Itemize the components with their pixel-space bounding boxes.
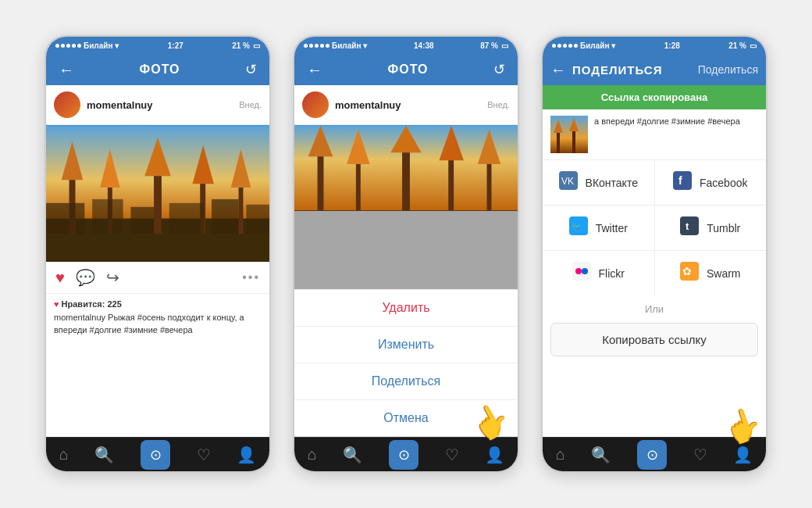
svg-rect-15	[169, 203, 204, 234]
tab-camera-2[interactable]: ⊙	[389, 440, 418, 470]
tab-heart-1[interactable]: ♡	[197, 445, 211, 464]
refresh-button-1[interactable]: ↺	[245, 61, 257, 78]
nav-action-3[interactable]: Поделиться	[698, 63, 758, 76]
back-button-2[interactable]: ←	[307, 61, 322, 79]
share-grid: VK ВКонтакте f Facebook 🐦 Twitter	[543, 160, 766, 295]
svg-rect-29	[550, 116, 588, 153]
svg-rect-21	[356, 156, 361, 210]
tab-heart-3[interactable]: ♡	[693, 445, 707, 464]
user-row-1: momentalnuy Внед.	[46, 85, 269, 125]
tab-bar-2: ⌂ 🔍 ⊙ ♡ 👤	[294, 437, 518, 471]
svg-rect-14	[130, 207, 154, 234]
more-button-1[interactable]: •••	[242, 270, 260, 284]
vk-label: ВКонтакте	[586, 177, 638, 189]
share-button-1[interactable]: ↪	[106, 268, 119, 287]
actions-bar-1: ♥ 💬 ↪ •••	[46, 262, 269, 294]
phone-2: Билайн ▾ 14:38 87 % ▭ ← ФОТО ↺ momentaln…	[293, 35, 519, 473]
twitter-label: Twitter	[596, 222, 628, 234]
back-button-3[interactable]: ←	[550, 61, 566, 79]
tab-heart-2[interactable]: ♡	[445, 445, 459, 464]
menu-share[interactable]: Поделиться	[294, 363, 518, 400]
content-1: momentalnuy Внед.	[46, 85, 269, 437]
avatar-2	[302, 91, 329, 118]
like-button-1[interactable]: ♥	[55, 269, 65, 287]
status-left-3: Билайн ▾	[552, 41, 615, 50]
content-2: momentalnuy Внед.	[294, 85, 518, 437]
comment-button-1[interactable]: 💬	[76, 268, 95, 287]
status-left-2: Билайн ▾	[304, 41, 367, 50]
svg-rect-30	[557, 131, 560, 153]
phone-3: Билайн ▾ 1:28 21 % ▭ ← ПОДЕЛИТЬСЯ Подели…	[541, 35, 767, 473]
svg-rect-23	[402, 145, 410, 210]
tumblr-icon: t	[680, 216, 699, 239]
user-row-2: momentalnuy Внед.	[294, 85, 518, 125]
flickr-label: Flickr	[599, 267, 625, 280]
tab-search-1[interactable]: 🔍	[94, 445, 114, 464]
share-swarm[interactable]: ✿ Swarm	[655, 251, 767, 295]
overlay-2	[294, 211, 518, 289]
photo-svg-2	[294, 125, 518, 211]
tab-home-1[interactable]: ⌂	[59, 445, 69, 463]
share-twitter[interactable]: 🐦 Twitter	[543, 206, 654, 250]
time-2: 14:38	[414, 41, 434, 50]
back-button-1[interactable]: ←	[59, 61, 74, 79]
svg-text:✿: ✿	[682, 265, 692, 277]
tab-home-2[interactable]: ⌂	[308, 445, 317, 463]
tumblr-label: Tumblr	[707, 222, 740, 234]
tab-camera-3[interactable]: ⊙	[637, 440, 667, 470]
menu-delete[interactable]: Удалить	[294, 290, 518, 327]
status-right-1: 21 % ▭	[232, 41, 260, 50]
battery-icon-3: ▭	[750, 41, 757, 50]
battery-icon-1: ▭	[253, 41, 260, 50]
facebook-label: Facebook	[700, 177, 747, 189]
tab-bar-3: ⌂ 🔍 ⊙ ♡ 👤	[543, 437, 766, 471]
menu-cancel[interactable]: Отмена	[294, 400, 518, 437]
svg-rect-32	[572, 130, 575, 153]
svg-rect-6	[154, 168, 162, 234]
status-bar-2: Билайн ▾ 14:38 87 % ▭	[294, 37, 518, 54]
username-1: momentalnuy	[87, 99, 153, 111]
link-copied-banner: Ссылка скопирована	[543, 85, 766, 109]
share-vk[interactable]: VK ВКонтакте	[543, 160, 654, 205]
share-flickr[interactable]: Flickr	[543, 251, 654, 295]
battery-3: 21 %	[728, 41, 746, 50]
nav-title-1: ФОТО	[140, 63, 180, 77]
or-divider: Или	[543, 295, 766, 323]
photo-svg-1	[46, 125, 269, 262]
refresh-button-2[interactable]: ↺	[493, 61, 505, 78]
svg-rect-25	[448, 152, 454, 210]
wifi-icon-2: ▾	[363, 41, 367, 50]
vk-icon: VK	[559, 171, 578, 194]
twitter-icon: 🐦	[569, 216, 588, 239]
tab-camera-1[interactable]: ⊙	[141, 440, 170, 470]
tab-home-3[interactable]: ⌂	[556, 445, 565, 463]
tab-profile-3[interactable]: 👤	[733, 445, 753, 464]
share-thumb	[550, 116, 588, 153]
facebook-icon: f	[673, 171, 692, 194]
share-facebook[interactable]: f Facebook	[655, 160, 767, 205]
battery-1: 21 %	[232, 41, 250, 50]
svg-rect-13	[92, 199, 123, 234]
tab-search-3[interactable]: 🔍	[591, 445, 611, 464]
time-1: 1:27	[168, 41, 183, 50]
swarm-label: Swarm	[707, 267, 741, 280]
menu-edit[interactable]: Изменить	[294, 327, 518, 363]
svg-text:🐦: 🐦	[572, 221, 582, 231]
copy-link-button[interactable]: Копировать ссылку	[550, 323, 758, 356]
time-3: 1:28	[664, 41, 680, 50]
swarm-icon: ✿	[680, 262, 699, 284]
nav-bar-2: ← ФОТО ↺	[294, 54, 518, 85]
time-label-1: Внед.	[239, 100, 262, 109]
svg-rect-27	[487, 156, 492, 210]
svg-rect-10	[239, 180, 244, 234]
wifi-icon-3: ▾	[611, 41, 615, 50]
svg-rect-40	[680, 216, 699, 235]
nav-bar-3: ← ПОДЕЛИТЬСЯ Поделиться	[543, 54, 766, 85]
camera-icon-3: ⊙	[646, 446, 658, 463]
tab-search-2[interactable]: 🔍	[343, 445, 362, 464]
tab-profile-1[interactable]: 👤	[237, 445, 256, 464]
tab-profile-2[interactable]: 👤	[485, 445, 504, 464]
svg-point-43	[575, 268, 582, 274]
share-tumblr[interactable]: t Tumblr	[655, 206, 767, 250]
battery-2: 87 %	[480, 41, 498, 50]
